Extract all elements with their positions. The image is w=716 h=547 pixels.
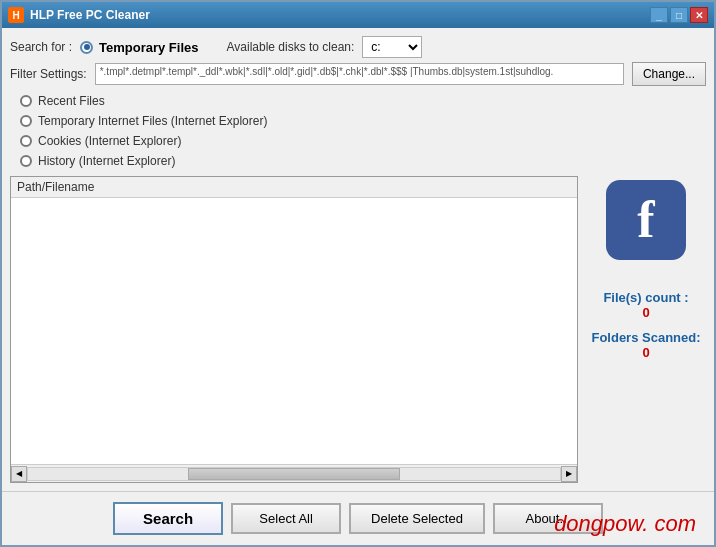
recent-files-radio[interactable]	[20, 95, 32, 107]
filter-value: *.tmpl*.detmpl*.templ*._ddl*.wbk|*.sdl|*…	[95, 63, 624, 85]
history-label: History (Internet Explorer)	[38, 154, 175, 168]
temp-internet-files-radio-item[interactable]: Temporary Internet Files (Internet Explo…	[20, 114, 706, 128]
file-list-area: Path/Filename ◀ ▶	[10, 176, 578, 483]
right-panel: f File(s) count : 0 Folders Scanned: 0	[586, 176, 706, 483]
cookies-radio[interactable]	[20, 135, 32, 147]
history-radio[interactable]	[20, 155, 32, 167]
file-list-header: Path/Filename	[11, 177, 577, 198]
scroll-left-arrow[interactable]: ◀	[11, 466, 27, 482]
main-area: Path/Filename ◀ ▶	[10, 176, 706, 483]
horizontal-scrollbar[interactable]: ◀ ▶	[11, 464, 577, 482]
search-button[interactable]: Search	[113, 502, 223, 535]
search-for-label: Search for :	[10, 40, 72, 54]
recent-files-radio-item[interactable]: Recent Files	[20, 94, 706, 108]
filter-label: Filter Settings:	[10, 67, 87, 81]
temporary-files-radio-group[interactable]: Temporary Files	[80, 40, 198, 55]
delete-selected-button[interactable]: Delete Selected	[349, 503, 485, 534]
folders-scanned-label: Folders Scanned:	[591, 330, 700, 345]
radio-options-list: Recent Files Temporary Internet Files (I…	[10, 94, 706, 168]
recent-files-label: Recent Files	[38, 94, 105, 108]
temporary-files-label: Temporary Files	[99, 40, 198, 55]
path-filename-column: Path/Filename	[17, 180, 94, 194]
temp-internet-files-radio[interactable]	[20, 115, 32, 127]
files-count-label: File(s) count :	[591, 290, 700, 305]
scroll-track[interactable]	[27, 467, 561, 481]
history-radio-item[interactable]: History (Internet Explorer)	[20, 154, 706, 168]
window-title: HLP Free PC Cleaner	[30, 8, 150, 22]
disk-select[interactable]: c: d: e:	[362, 36, 422, 58]
facebook-icon: f	[637, 194, 654, 246]
temp-internet-files-label: Temporary Internet Files (Internet Explo…	[38, 114, 267, 128]
main-content: Search for : Temporary Files Available d…	[2, 28, 714, 491]
app-icon: H	[8, 7, 24, 23]
folders-scanned-value: 0	[591, 345, 700, 360]
select-all-button[interactable]: Select All	[231, 503, 341, 534]
scroll-thumb[interactable]	[188, 468, 401, 480]
title-bar: H HLP Free PC Cleaner _ □ ✕	[2, 2, 714, 28]
cookies-label: Cookies (Internet Explorer)	[38, 134, 181, 148]
scroll-right-arrow[interactable]: ▶	[561, 466, 577, 482]
minimize-button[interactable]: _	[650, 7, 668, 23]
about-button[interactable]: About...	[493, 503, 603, 534]
cookies-radio-item[interactable]: Cookies (Internet Explorer)	[20, 134, 706, 148]
temporary-files-radio[interactable]	[80, 41, 93, 54]
maximize-button[interactable]: □	[670, 7, 688, 23]
search-for-row: Search for : Temporary Files Available d…	[10, 36, 706, 58]
file-list-content[interactable]	[11, 198, 577, 464]
change-button[interactable]: Change...	[632, 62, 706, 86]
files-count-value: 0	[591, 305, 700, 320]
title-buttons: _ □ ✕	[650, 7, 708, 23]
stats-area: File(s) count : 0 Folders Scanned: 0	[591, 290, 700, 360]
available-disks-label: Available disks to clean:	[227, 40, 355, 54]
facebook-button[interactable]: f	[606, 180, 686, 260]
footer: Search Select All Delete Selected About.…	[2, 491, 714, 545]
close-button[interactable]: ✕	[690, 7, 708, 23]
filter-settings-row: Filter Settings: *.tmpl*.detmpl*.templ*.…	[10, 62, 706, 86]
